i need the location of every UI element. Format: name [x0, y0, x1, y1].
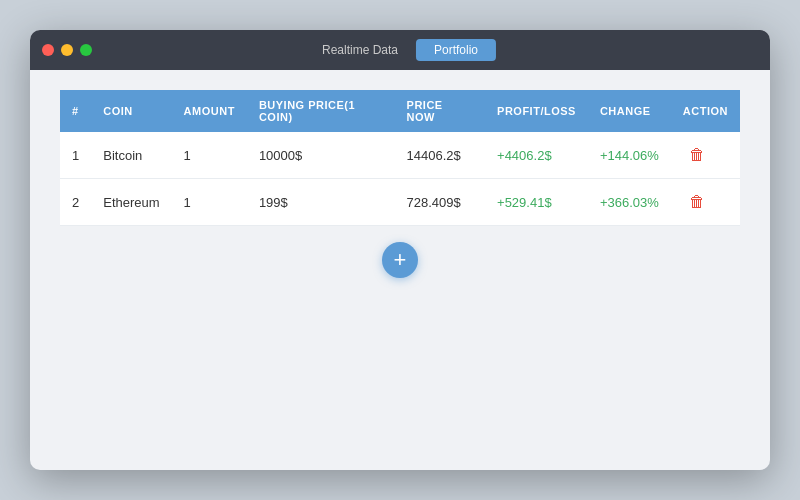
- cell-buying-price: 10000$: [247, 132, 395, 179]
- cell-num: 2: [60, 179, 91, 226]
- minimize-button[interactable]: [61, 44, 73, 56]
- table-header-row: # COIN AMOUNT BUYING PRICE(1 COIN) PRICE…: [60, 90, 740, 132]
- app-window: Realtime Data Portfolio # COIN AMOUNT BU…: [30, 30, 770, 470]
- tab-bar: Realtime Data Portfolio: [304, 39, 496, 61]
- maximize-button[interactable]: [80, 44, 92, 56]
- cell-amount: 1: [172, 179, 247, 226]
- portfolio-table: # COIN AMOUNT BUYING PRICE(1 COIN) PRICE…: [60, 90, 740, 226]
- col-header-profit-loss: PROFIT/LOSS: [485, 90, 588, 132]
- col-header-buying-price: BUYING PRICE(1 COIN): [247, 90, 395, 132]
- cell-price-now: 728.409$: [395, 179, 485, 226]
- cell-change: +144.06%: [588, 132, 671, 179]
- tab-portfolio[interactable]: Portfolio: [416, 39, 496, 61]
- col-header-action: ACTION: [671, 90, 740, 132]
- main-content: # COIN AMOUNT BUYING PRICE(1 COIN) PRICE…: [30, 70, 770, 470]
- delete-button[interactable]: 🗑: [683, 191, 711, 213]
- tab-realtime-data[interactable]: Realtime Data: [304, 39, 416, 61]
- cell-num: 1: [60, 132, 91, 179]
- cell-buying-price: 199$: [247, 179, 395, 226]
- col-header-price-now: PRICE NOW: [395, 90, 485, 132]
- cell-coin: Bitcoin: [91, 132, 171, 179]
- delete-button[interactable]: 🗑: [683, 144, 711, 166]
- close-button[interactable]: [42, 44, 54, 56]
- add-coin-button[interactable]: +: [382, 242, 418, 278]
- cell-change: +366.03%: [588, 179, 671, 226]
- table-row: 2 Ethereum 1 199$ 728.409$ +529.41$ +366…: [60, 179, 740, 226]
- table-row: 1 Bitcoin 1 10000$ 14406.2$ +4406.2$ +14…: [60, 132, 740, 179]
- cell-profit-loss: +4406.2$: [485, 132, 588, 179]
- col-header-coin: COIN: [91, 90, 171, 132]
- title-bar: Realtime Data Portfolio: [30, 30, 770, 70]
- add-button-container: +: [60, 242, 740, 278]
- cell-price-now: 14406.2$: [395, 132, 485, 179]
- cell-profit-loss: +529.41$: [485, 179, 588, 226]
- cell-coin: Ethereum: [91, 179, 171, 226]
- cell-action: 🗑: [671, 179, 740, 226]
- traffic-lights: [42, 44, 92, 56]
- col-header-num: #: [60, 90, 91, 132]
- col-header-amount: AMOUNT: [172, 90, 247, 132]
- cell-amount: 1: [172, 132, 247, 179]
- col-header-change: CHANGE: [588, 90, 671, 132]
- cell-action: 🗑: [671, 132, 740, 179]
